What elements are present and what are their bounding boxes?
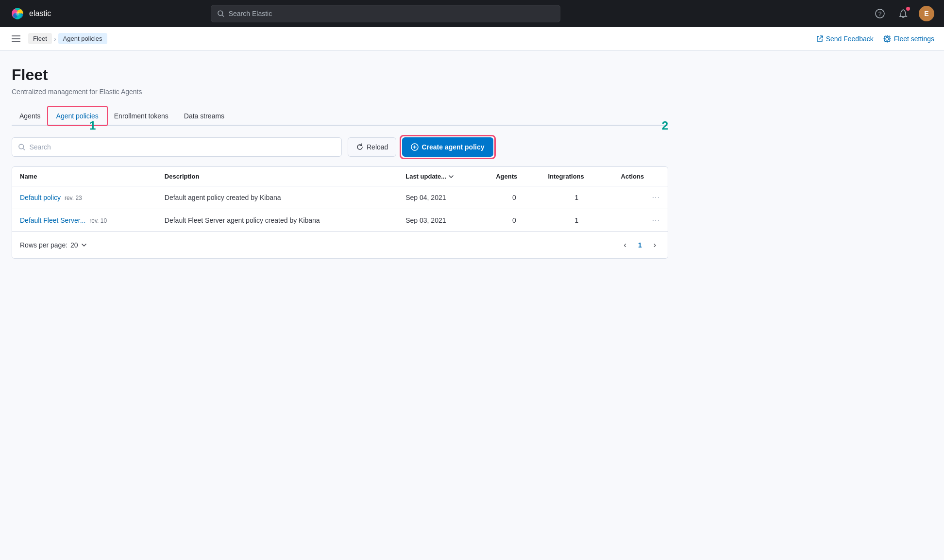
svg-text:?: ? [878,11,882,17]
search-icon [18,143,25,151]
policies-table: Name Description Last update... [12,167,668,231]
prev-page-button[interactable]: ‹ [620,239,630,251]
policy-search-input[interactable] [29,143,336,151]
policy-rev-1: rev. 10 [89,217,107,224]
page-subtitle: Centralized management for Elastic Agent… [12,88,668,96]
page-title: Fleet [12,66,668,84]
tab-data-streams[interactable]: Data streams [176,107,232,126]
help-icon-button[interactable]: ? [872,6,888,21]
svg-point-11 [16,12,19,16]
step-annotation-1: 1 [89,119,96,132]
tab-agent-policies[interactable]: Agent policies [49,107,106,126]
page-content: Fleet Centralized management for Elastic… [0,50,680,270]
elastic-logo[interactable]: elastic [10,6,51,21]
col-description: Description [157,167,398,186]
cell-description-1: Default Fleet Server agent policy create… [157,209,398,232]
col-last-update[interactable]: Last update... [398,167,488,186]
elastic-logo-icon [10,6,25,21]
breadcrumb: Fleet › Agent policies [28,33,107,44]
help-circle-icon: ? [875,9,885,18]
create-label: Create agent policy [421,143,484,151]
toolbar: 1 2 Reload Create agent [12,137,668,157]
policy-name-link-0[interactable]: Default policy [20,194,61,201]
rows-per-page-value: 20 [70,241,78,249]
hamburger-menu-button[interactable] [10,33,22,44]
col-agents: Agents [488,167,540,186]
fleet-settings-link[interactable]: Fleet settings [883,35,934,43]
external-link-icon [816,35,823,42]
send-feedback-link[interactable]: Send Feedback [816,35,874,43]
cell-name-1: Default Fleet Server... rev. 10 [12,209,157,232]
table-body: Default policy rev. 23 Default agent pol… [12,186,668,232]
gear-icon [883,35,891,43]
table-pagination: Rows per page: 20 ‹ 1 › [12,231,668,258]
policy-search-wrapper[interactable] [12,137,342,157]
cell-last-update-0: Sep 04, 2021 [398,186,488,209]
cell-name-0: Default policy rev. 23 [12,186,157,209]
cell-agents-0: 0 [488,186,540,209]
policy-name-link-1[interactable]: Default Fleet Server... [20,216,85,224]
table-row: Default Fleet Server... rev. 10 Default … [12,209,668,232]
page-controls: ‹ 1 › [620,239,660,251]
breadcrumb-agent-policies: Agent policies [58,33,107,44]
col-actions: Actions [613,167,668,186]
cell-integrations-0: 1 [540,186,613,209]
logo-text: elastic [29,9,51,18]
sub-nav-actions: Send Feedback Fleet settings [816,35,934,43]
cell-actions-1: ··· [613,209,668,232]
row-action-menu-0[interactable]: ··· [652,193,660,202]
breadcrumb-fleet[interactable]: Fleet [28,33,52,44]
sub-navigation: Fleet › Agent policies Send Feedback Fle… [0,27,944,50]
search-input[interactable] [229,10,555,17]
top-navigation: elastic ? E [0,0,944,27]
cell-agents-1: 0 [488,209,540,232]
chevron-down-icon [81,242,87,248]
reload-icon [356,143,364,151]
cell-description-0: Default agent policy created by Kibana [157,186,398,209]
search-icon [217,10,224,17]
policy-rev-0: rev. 23 [65,195,82,201]
user-avatar-button[interactable]: E [919,6,934,21]
policies-table-container: Name Description Last update... [12,166,668,259]
breadcrumb-separator: › [54,35,56,43]
step-annotation-2: 2 [662,119,668,132]
rows-per-page[interactable]: Rows per page: 20 [20,241,87,249]
table-header-row: Name Description Last update... [12,167,668,186]
notifications-button[interactable] [895,6,911,21]
sort-down-icon [448,174,454,180]
cell-actions-0: ··· [613,186,668,209]
fleet-tabs: Agents Agent policies Enrollment tokens … [12,107,668,126]
cell-last-update-1: Sep 03, 2021 [398,209,488,232]
col-name: Name [12,167,157,186]
current-page[interactable]: 1 [634,239,646,251]
tab-enrollment-tokens[interactable]: Enrollment tokens [106,107,176,126]
rows-per-page-label: Rows per page: [20,241,67,249]
plus-circle-icon [411,143,419,151]
create-agent-policy-button[interactable]: Create agent policy [402,137,493,157]
col-integrations: Integrations [540,167,613,186]
notification-badge [906,7,910,11]
create-button-wrapper: Create agent policy [402,137,493,157]
reload-button[interactable]: Reload [348,137,396,157]
row-action-menu-1[interactable]: ··· [652,216,660,225]
reload-label: Reload [367,143,388,151]
hamburger-icon [12,35,20,42]
nav-icons: ? E [872,6,934,21]
cell-integrations-1: 1 [540,209,613,232]
next-page-button[interactable]: › [650,239,660,251]
tab-agents[interactable]: Agents [12,107,49,126]
table-row: Default policy rev. 23 Default agent pol… [12,186,668,209]
global-search-bar[interactable] [211,5,560,22]
